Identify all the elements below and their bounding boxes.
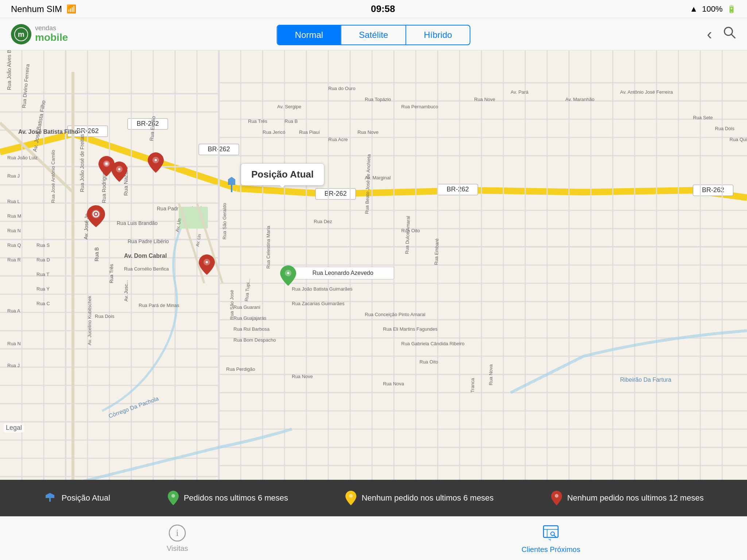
legend-red-label: Nenhum pedido nos ultimos 12 meses (567, 493, 704, 503)
map-pin-green[interactable] (280, 265, 296, 287)
svg-text:Rua N: Rua N (7, 341, 21, 346)
svg-rect-190 (231, 185, 232, 192)
svg-text:Rua Q: Rua Q (7, 242, 21, 248)
map-pin-5[interactable] (199, 254, 215, 276)
svg-text:Rua Pará de Minas: Rua Pará de Minas (139, 303, 179, 308)
svg-marker-207 (46, 493, 54, 498)
svg-text:Av. José Batista Filho: Av. José Batista Filho (18, 129, 78, 135)
svg-text:Rua A: Rua A (7, 308, 20, 314)
svg-text:Rua Três: Rua Três (109, 264, 114, 283)
tab-clientes-proximos[interactable]: Clientes Próximos (522, 523, 580, 554)
svg-text:Rua J: Rua J (7, 363, 20, 368)
green-pin-icon (168, 491, 179, 505)
yellow-pin-icon (345, 491, 356, 505)
svg-text:Rua João Alves Bl.: Rua João Alves Bl. (6, 50, 12, 90)
map-pin-4[interactable] (87, 205, 105, 229)
svg-line-218 (554, 535, 556, 537)
map-pin-2[interactable] (111, 162, 127, 183)
svg-text:Rua S: Rua S (36, 242, 50, 248)
tab-visitas[interactable]: i Visitas (167, 524, 188, 553)
svg-text:Rua Dez: Rua Dez (314, 219, 332, 224)
svg-text:Av. Pará: Av. Pará (511, 89, 529, 95)
logo-text: vendas mobile (35, 25, 68, 43)
svg-line-11 (584, 190, 693, 192)
red-pin-icon (551, 491, 562, 505)
location-icon: ▲ (690, 4, 698, 14)
svg-text:Rua Bom Despacho: Rua Bom Despacho (233, 337, 276, 343)
logo-icon: m (11, 24, 31, 44)
svg-text:Rua B: Rua B (94, 247, 100, 261)
svg-rect-208 (49, 498, 51, 502)
svg-text:Rua Nove: Rua Nove (357, 129, 379, 135)
svg-rect-214 (543, 526, 558, 537)
svg-text:Av. Sergipe: Av. Sergipe (277, 104, 301, 109)
wifi-icon: 📶 (66, 4, 76, 14)
svg-text:Rua Y: Rua Y (36, 286, 50, 292)
app-logo: m vendas mobile (11, 24, 68, 44)
svg-text:Rua João Batista Guimarães: Rua João Batista Guimarães (292, 286, 353, 292)
status-right: ▲ 100% 🔋 (690, 4, 736, 14)
svg-text:Rua do Ouro: Rua do Ouro (328, 86, 355, 91)
tab-satelite[interactable]: Satélite (341, 26, 406, 44)
tab-hibrido[interactable]: Híbrido (406, 26, 469, 44)
svg-text:Rua Jericó: Rua Jericó (263, 129, 285, 135)
svg-point-195 (105, 163, 108, 165)
svg-text:Rua Cornélio Benfica: Rua Cornélio Benfica (124, 266, 169, 272)
legend-yellow-label: Nenhum pedido nos ultimos 6 meses (361, 493, 494, 503)
svg-text:Rua Oito: Rua Oito (419, 359, 438, 365)
svg-text:Av. Maranhão: Av. Maranhão (565, 97, 595, 102)
svg-point-211 (555, 494, 558, 498)
svg-text:Rua Três: Rua Três (248, 118, 267, 124)
svg-text:Rua Gabriela Cândida Ribeiro: Rua Gabriela Cândida Ribeiro (401, 341, 464, 346)
search-button[interactable] (723, 26, 736, 42)
segment-control[interactable]: Normal Satélite Híbrido (277, 25, 471, 45)
map-area: BR-262 BR-262 BR-262 BR-262 BR-262 BR-26… (0, 50, 747, 480)
svg-text:Rua João José de Freitas: Rua João José de Freitas (79, 134, 85, 192)
legend-bar: Posição Atual Pedidos nos ultimos 6 mese… (0, 480, 747, 516)
legend-current-label: Posição Atual (62, 493, 110, 503)
svg-text:m: m (18, 30, 24, 38)
battery-icon: 🔋 (727, 5, 736, 13)
svg-text:Rua Embaré: Rua Embaré (433, 238, 440, 265)
svg-text:Rua Nova: Rua Nova (383, 381, 405, 386)
svg-text:Rua Dois: Rua Dois (95, 314, 115, 319)
svg-point-206 (287, 272, 289, 274)
svg-text:Rua Nove: Rua Nove (292, 374, 313, 379)
current-position-icon (43, 491, 57, 505)
svg-text:Av. Dom Cabral: Av. Dom Cabral (124, 253, 167, 259)
svg-text:Rua J: Rua J (7, 173, 20, 179)
map-svg: BR-262 BR-262 BR-262 BR-262 BR-262 BR-26… (0, 50, 747, 480)
svg-text:Rua M: Rua M (7, 213, 21, 219)
svg-point-197 (118, 168, 120, 170)
legend-red: Nenhum pedido nos ultimos 12 meses (551, 491, 704, 505)
svg-text:Rua Nove: Rua Nove (474, 97, 495, 102)
svg-point-202 (95, 213, 97, 215)
svg-point-209 (171, 494, 175, 498)
svg-text:Rua Eli Martins Fagundes: Rua Eli Martins Fagundes (383, 326, 438, 332)
status-bar: Nenhum SIM 📶 09:58 ▲ 100% 🔋 (0, 0, 747, 18)
svg-point-210 (349, 494, 353, 498)
time-label: 09:58 (371, 3, 395, 15)
svg-text:Tranca: Tranca (470, 378, 475, 393)
svg-text:BR-262: BR-262 (702, 186, 724, 194)
svg-text:Rua Perdigão: Rua Perdigão (226, 366, 255, 372)
tab-normal[interactable]: Normal (278, 26, 341, 44)
svg-text:Rua Conceição Pinto Amaral: Rua Conceição Pinto Amaral (365, 312, 425, 317)
svg-text:Av. Jusc...: Av. Jusc... (123, 280, 129, 302)
svg-text:Rua Sete: Rua Sete (693, 115, 713, 120)
svg-text:i: i (176, 528, 179, 538)
svg-text:Rua C: Rua C (36, 301, 50, 306)
svg-text:Rua Rui Barbosa: Rua Rui Barbosa (233, 326, 270, 332)
svg-text:Rua Nova: Rua Nova (488, 364, 494, 385)
svg-text:Rua Oito: Rua Oito (401, 228, 420, 233)
svg-text:Rua Acre: Rua Acre (328, 137, 348, 142)
map-pin-3[interactable] (148, 152, 164, 174)
back-button[interactable]: ‹ (707, 26, 712, 43)
svg-text:Av. Antônio José Ferreira: Av. Antônio José Ferreira (620, 89, 673, 95)
tab-bar: i Visitas Clientes Próximos (0, 516, 747, 560)
position-tooltip: Posição Atual (241, 163, 324, 186)
map-pin-tab-icon (541, 523, 561, 543)
svg-text:Rua B: Rua B (285, 118, 298, 124)
svg-text:Ribeirão Da Fartura: Ribeirão Da Fartura (620, 377, 671, 383)
svg-text:Rua Dois: Rua Dois (715, 126, 735, 131)
